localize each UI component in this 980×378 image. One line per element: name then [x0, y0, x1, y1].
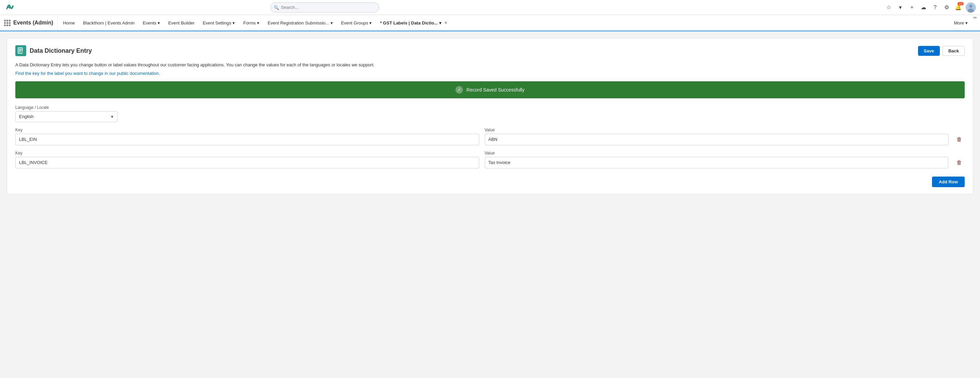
search-input[interactable]: [270, 2, 379, 13]
help-icon[interactable]: ?: [931, 3, 939, 11]
nav-item-event-groups-label: Event Groups: [341, 21, 368, 25]
value-field-1: Value: [485, 128, 949, 145]
page-title: Data Dictionary Entry: [30, 47, 92, 54]
grid-icon[interactable]: [4, 20, 11, 26]
nav-item-event-reg-label: Event Registration Submissio...: [267, 21, 329, 25]
nav-item-events-label: Events: [143, 21, 157, 25]
key-field-1: Key: [15, 128, 479, 145]
key-field-2: Key: [15, 151, 479, 168]
add-row-area: Add Row: [15, 176, 965, 187]
value-label-2: Value: [485, 151, 949, 156]
chevron-down-icon: ▾: [158, 21, 160, 25]
card-actions: Save Back: [918, 46, 965, 56]
nav-item-blackthorn-label: Blackthorn | Events Admin: [83, 21, 135, 25]
app-name-label: Events (Admin): [13, 20, 53, 26]
more-label: More: [954, 21, 964, 25]
add-row-button[interactable]: Add Row: [932, 176, 965, 187]
language-label: Language / Locale: [15, 105, 965, 110]
nav-item-event-settings-label: Event Settings: [203, 21, 231, 25]
chevron-down-icon-3: ▾: [257, 21, 259, 25]
kv-row-1: Key Value 🗑: [15, 128, 965, 145]
search-container: 🔍: [270, 2, 379, 13]
language-select-wrapper: English French Spanish German Japanese ▼: [15, 111, 118, 122]
close-tab-icon[interactable]: ✕: [444, 21, 447, 25]
nav-item-home[interactable]: Home: [59, 15, 79, 31]
key-label-1: Key: [15, 128, 479, 132]
cloud-icon[interactable]: ☁: [920, 3, 928, 11]
form-section: Language / Locale English French Spanish…: [15, 105, 965, 187]
key-input-2[interactable]: [15, 157, 479, 168]
nav-items: Home Blackthorn | Events Admin Events ▾ …: [59, 15, 951, 31]
main-card: Data Dictionary Entry Save Back A Data D…: [7, 38, 973, 194]
nav-item-event-reg[interactable]: Event Registration Submissio... ▾: [264, 15, 337, 31]
kv-row-2: Key Value 🗑: [15, 151, 965, 168]
language-select[interactable]: English French Spanish German Japanese: [15, 111, 118, 122]
app-logo: [4, 1, 16, 14]
app-name: Events (Admin): [3, 15, 57, 31]
key-input-1[interactable]: [15, 134, 479, 145]
settings-icon[interactable]: ⚙: [943, 3, 951, 11]
nav-item-gst-labels-label: * GST Labels | Data Dictio...: [380, 21, 438, 25]
chevron-down-icon-more: ▾: [966, 21, 968, 25]
success-message: Record Saved Successfully: [466, 87, 524, 92]
notifications-icon[interactable]: 🔔 12: [954, 3, 962, 11]
nav-item-event-groups[interactable]: Event Groups ▾: [337, 15, 376, 31]
nav-item-blackthorn[interactable]: Blackthorn | Events Admin: [79, 15, 139, 31]
success-banner: ✓ Record Saved Successfully: [15, 81, 965, 98]
top-bar: 🔍 ☆ ▾ ＋ ☁ ? ⚙ 🔔 12: [0, 0, 980, 15]
svg-point-2: [969, 5, 972, 8]
trash-icon-1: 🗑: [956, 137, 962, 143]
notification-badge: 12: [958, 2, 964, 5]
value-input-1[interactable]: [485, 134, 949, 145]
back-button[interactable]: Back: [943, 46, 965, 56]
card-title-area: Data Dictionary Entry: [15, 45, 92, 56]
nav-item-gst-labels[interactable]: * GST Labels | Data Dictio... ▾ ✕: [376, 15, 451, 31]
value-label-1: Value: [485, 128, 949, 132]
top-bar-actions: ☆ ▾ ＋ ☁ ? ⚙ 🔔 12: [885, 2, 976, 13]
trash-icon-2: 🗑: [956, 160, 962, 166]
card-description: A Data Dictionary Entry lets you change …: [15, 62, 965, 69]
save-button[interactable]: Save: [918, 46, 940, 56]
chevron-down-icon-5: ▾: [369, 21, 372, 25]
nav-item-events[interactable]: Events ▾: [139, 15, 164, 31]
language-field: Language / Locale English French Spanish…: [15, 105, 965, 122]
nav-item-event-settings[interactable]: Event Settings ▾: [199, 15, 239, 31]
chevron-down-icon-6: ▾: [439, 21, 441, 25]
edit-icon[interactable]: ✏: [973, 15, 977, 31]
nav-item-event-builder[interactable]: Event Builder: [164, 15, 199, 31]
more-nav[interactable]: More ▾: [951, 15, 970, 31]
value-input-2[interactable]: [485, 157, 949, 168]
card-icon: [15, 45, 26, 56]
value-field-2: Value: [485, 151, 949, 168]
star-icon[interactable]: ☆: [885, 3, 893, 11]
key-label-2: Key: [15, 151, 479, 156]
card-header: Data Dictionary Entry Save Back: [15, 45, 965, 56]
avatar[interactable]: [966, 2, 976, 13]
documentation-link[interactable]: Find the key for the label you want to c…: [15, 71, 159, 76]
nav-item-home-label: Home: [63, 21, 75, 25]
chevron-down-icon-4: ▾: [331, 21, 333, 25]
delete-row-1-button[interactable]: 🗑: [954, 134, 965, 145]
nav-item-forms-label: Forms: [243, 21, 256, 25]
nav-bar: Events (Admin) Home Blackthorn | Events …: [0, 15, 980, 31]
chevron-down-icon-2: ▾: [232, 21, 235, 25]
nav-item-event-builder-label: Event Builder: [168, 21, 194, 25]
nav-item-forms[interactable]: Forms ▾: [239, 15, 264, 31]
dropdown-icon[interactable]: ▾: [896, 3, 904, 11]
content-area: Data Dictionary Entry Save Back A Data D…: [0, 31, 980, 201]
success-check-icon: ✓: [455, 86, 463, 94]
delete-row-2-button[interactable]: 🗑: [954, 157, 965, 168]
link-period: .: [159, 71, 160, 76]
add-icon[interactable]: ＋: [908, 3, 916, 11]
search-icon: 🔍: [274, 5, 279, 10]
